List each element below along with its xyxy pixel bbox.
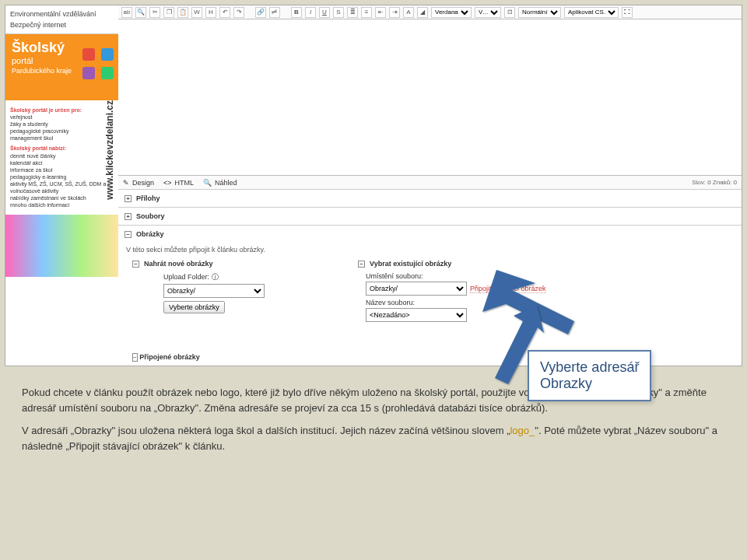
toolbar-row-1: ab 🔍 ✂ ❐ 📋 W H ↶ ↷ 🔗 ⧣ B I U S ≣ ≡ ⇤ ⇥ A… <box>118 5 742 19</box>
magnifier-icon: 🔍 <box>203 179 212 187</box>
list-ul-icon[interactable]: ≣ <box>347 7 358 18</box>
paragraph-style-select[interactable]: Normální <box>518 7 561 18</box>
unlink-icon[interactable]: ⧣ <box>269 7 280 18</box>
filename-label: Název souboru: <box>366 299 607 306</box>
section-images: −Obrázky V této sekci můžete připojit k … <box>118 225 742 366</box>
link-icon[interactable]: 🔗 <box>255 7 266 18</box>
list-ol-icon[interactable]: ≡ <box>361 7 372 18</box>
portal-info: www.klickevzdelani.cz Školský portál je … <box>5 100 118 215</box>
info-item: kalendář akcí <box>10 159 114 166</box>
section-title: Přílohy <box>136 194 160 202</box>
upload-folder-label: Upload Folder: <box>163 273 209 281</box>
underline-icon[interactable]: U <box>319 7 330 18</box>
info-item: management škol <box>10 135 114 142</box>
upload-folder-select[interactable]: Obrazky/ <box>163 284 265 298</box>
info-item: aktivity MŠ, ZŠ, UCM, SŠ, ZUŠ, DDM a vol… <box>10 180 114 194</box>
collapse-icon[interactable]: − <box>358 261 365 268</box>
spellcheck-icon[interactable]: ab <box>121 7 132 18</box>
collapse-icon[interactable]: − <box>132 261 139 268</box>
collapse-icon[interactable]: + <box>124 195 132 202</box>
bold-icon[interactable]: B <box>291 7 302 18</box>
upload-panel: −Nahrát nové obrázky Upload Folder: ⓘ Ob… <box>132 260 335 322</box>
select-images-button[interactable]: Vyberte obrázky <box>163 301 225 313</box>
tab-html[interactable]: <>HTML <box>163 179 194 187</box>
explain-p2: V adresáři „Obrazky" jsou uložena někter… <box>22 423 725 453</box>
section-title: Obrázky <box>136 230 164 238</box>
apply-css-select[interactable]: Aplikovat CS… <box>564 7 619 18</box>
banner-photo <box>5 215 118 277</box>
highlighted-term: logo_ <box>510 425 535 436</box>
existing-header: Vybrat existující obrázky <box>370 260 451 268</box>
attach-existing-link[interactable]: Připojit stávající obrázek <box>470 285 546 293</box>
section-title: Soubory <box>136 212 165 220</box>
strike-icon[interactable]: S <box>333 7 344 18</box>
callout-line1: Vyberte adresář <box>540 359 639 376</box>
upload-header: Nahrát nové obrázky <box>144 260 213 268</box>
attached-header: Připojené obrázky <box>139 353 200 361</box>
info-item: nabídky zaměstnaní ve školách <box>10 194 114 201</box>
sidebar-links: Environmentální vzdělávání Bezpečný inte… <box>5 5 118 34</box>
image-icon[interactable]: ⊡ <box>504 7 515 18</box>
findreplace-icon[interactable]: 🔍 <box>135 7 146 18</box>
undo-icon[interactable]: ↶ <box>219 7 230 18</box>
richtext-editor[interactable] <box>118 19 742 175</box>
section-files: +Soubory <box>118 207 742 225</box>
info-item: informace za škol <box>10 166 114 173</box>
existing-panel: −Vybrat existující obrázky Umístění soub… <box>358 260 607 322</box>
portal-url: www.klickevzdelani.cz <box>104 100 117 200</box>
info-heading: Školský portál nabízí: <box>10 145 114 152</box>
portal-banner: Školský portál Pardubického kraje <box>5 34 118 100</box>
images-panels: −Nahrát nové obrázky Upload Folder: ⓘ Ob… <box>118 257 742 325</box>
fullscreen-icon[interactable]: ⛶ <box>622 7 633 18</box>
main-area: ab 🔍 ✂ ❐ 📋 W H ↶ ↷ 🔗 ⧣ B I U S ≣ ≡ ⇤ ⇥ A… <box>118 5 742 366</box>
pencil-icon: ✎ <box>123 179 129 187</box>
sidebar-link[interactable]: Bezpečný internet <box>10 19 114 30</box>
fgcolor-icon[interactable]: A <box>403 7 414 18</box>
info-heading: Školský portál je určen pro: <box>10 107 114 114</box>
puzzle-icon <box>82 48 114 79</box>
location-label: Umístění souboru: <box>366 272 607 280</box>
info-item: mnoho dalších informací <box>10 201 114 208</box>
callout-line2: Obrazky <box>540 376 639 392</box>
bgcolor-icon[interactable]: ◢ <box>417 7 428 18</box>
paste-icon[interactable]: 📋 <box>177 7 188 18</box>
italic-icon[interactable]: I <box>305 7 316 18</box>
paste-html-icon[interactable]: H <box>205 7 216 18</box>
redo-icon[interactable]: ↷ <box>233 7 244 18</box>
editor-window: Environmentální vzdělávání Bezpečný inte… <box>5 5 742 366</box>
tab-html-label: HTML <box>175 179 195 187</box>
info-item: veřejnost <box>10 114 114 121</box>
info-item: pedagogické pracovníky <box>10 128 114 135</box>
info-item: denně nové články <box>10 152 114 159</box>
font-family-select[interactable]: Verdana <box>431 7 472 18</box>
tab-preview[interactable]: 🔍Náhled <box>203 179 237 187</box>
editor-tabs: ✎Design <>HTML 🔍Náhled Slov: 0 Znaků: 0 <box>118 175 742 189</box>
cut-icon[interactable]: ✂ <box>149 7 160 18</box>
expand-icon[interactable]: − <box>124 231 132 238</box>
info-item: žáky a studenty <box>10 121 114 128</box>
indent-icon[interactable]: ⇥ <box>389 7 400 18</box>
sidebar: Environmentální vzdělávání Bezpečný inte… <box>5 5 118 277</box>
sidebar-link[interactable]: Environmentální vzdělávání <box>10 9 114 19</box>
word-count: Slov: 0 Znaků: 0 <box>692 179 737 186</box>
tab-design[interactable]: ✎Design <box>123 179 154 187</box>
info-icon[interactable]: ⓘ <box>212 273 219 281</box>
font-size-select[interactable]: V… <box>475 7 501 18</box>
info-item: pedagogicky e-learning <box>10 173 114 180</box>
outdent-icon[interactable]: ⇤ <box>375 7 386 18</box>
location-select[interactable]: Obrazky/ <box>366 282 467 296</box>
tab-design-label: Design <box>132 179 154 187</box>
collapse-icon[interactable]: − <box>132 353 138 362</box>
filename-select[interactable]: <Nezadáno> <box>366 308 467 322</box>
images-help: V této sekci můžete připojit k článku ob… <box>118 243 742 257</box>
collapse-icon[interactable]: + <box>124 213 132 220</box>
callout-box: Vyberte adresář Obrazky <box>528 350 651 401</box>
section-attachments: +Přílohy <box>118 189 742 207</box>
paste-word-icon[interactable]: W <box>191 7 202 18</box>
copy-icon[interactable]: ❐ <box>163 7 174 18</box>
tab-preview-label: Náhled <box>215 179 237 187</box>
code-icon: <> <box>163 179 172 187</box>
